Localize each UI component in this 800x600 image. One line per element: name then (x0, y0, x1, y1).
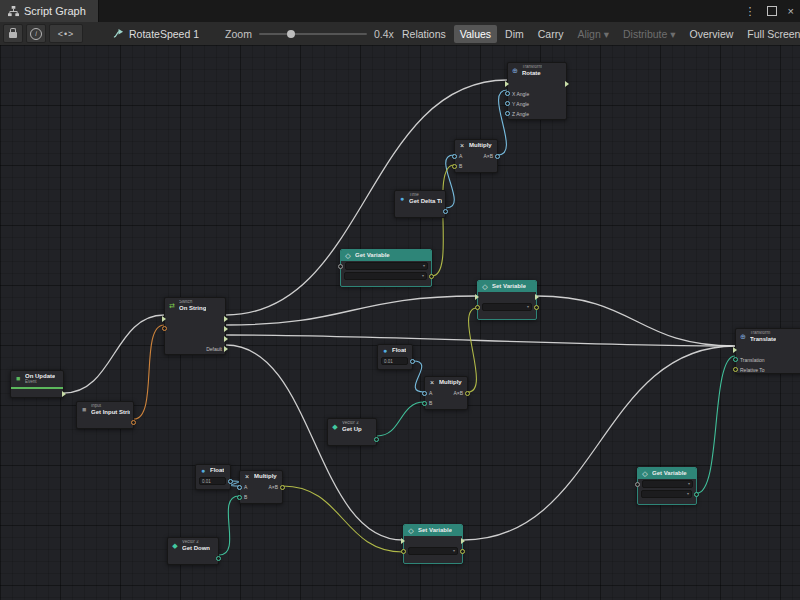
float-port[interactable] (237, 485, 242, 490)
tab-title: Script Graph (24, 5, 86, 17)
node-dropdown[interactable]: ▾ (641, 490, 692, 498)
node-row (395, 207, 445, 217)
graph-breadcrumb[interactable]: RotateSpeed 1 (113, 28, 199, 40)
toolbar-button-values[interactable]: Values (454, 25, 497, 43)
node-row (168, 554, 218, 564)
node-row: ▾ (478, 302, 536, 312)
node-get-variable-right[interactable]: ◇Get Variable▾▾ (637, 467, 697, 505)
toolbar-button-full-screen[interactable]: Full Screen (741, 25, 800, 43)
obj-port[interactable] (401, 549, 406, 554)
info-button[interactable]: i (26, 24, 46, 43)
obj-port[interactable] (475, 305, 480, 310)
vector3-icon: ◆ (331, 423, 339, 430)
node-on-update[interactable]: ■On UpdateEvent (10, 370, 64, 398)
node-dropdown[interactable]: 0.01 (199, 477, 226, 485)
menu-icon[interactable]: ⋮ (745, 6, 756, 17)
flow-port[interactable] (224, 336, 228, 342)
flow-port[interactable] (62, 391, 66, 397)
node-dropdown[interactable]: ▾ (482, 303, 532, 311)
flow-port[interactable] (401, 538, 405, 544)
str-port[interactable] (162, 326, 167, 331)
float-port[interactable] (495, 154, 500, 159)
maximize-icon[interactable] (767, 6, 777, 16)
float-port[interactable] (422, 391, 427, 396)
node-dropdown[interactable]: 0.01 (381, 357, 408, 365)
node-switch-on-string[interactable]: ⇄SwitchOn StringDefault (164, 297, 226, 355)
flow-port[interactable] (565, 81, 569, 87)
any-port[interactable] (338, 264, 343, 269)
node-set-variable-top[interactable]: ◇Set Variable▾ (477, 280, 537, 320)
float-port[interactable] (443, 209, 448, 214)
node-get-delta-time[interactable]: ●TimeGet Delta Time (394, 190, 446, 218)
node-dropdown[interactable]: ▾ (344, 272, 427, 280)
node-get-variable-top[interactable]: ◇Get Variable▾▾ (340, 249, 432, 287)
flow-port[interactable] (224, 326, 228, 332)
node-translate[interactable]: ⊕TransformTranslateTranslationRelative T… (735, 328, 800, 374)
obj-port[interactable] (733, 367, 738, 372)
variable-icon: ◇ (344, 252, 352, 259)
port-label: A (429, 390, 432, 396)
obj-port[interactable] (465, 391, 470, 396)
toolbar-button-dim[interactable]: Dim (499, 25, 530, 43)
flow-port[interactable] (505, 81, 509, 87)
node-multiply-bottom[interactable]: ×MultiplyAA×BB (239, 470, 283, 504)
float-port[interactable] (505, 91, 510, 96)
flow-port[interactable] (162, 316, 166, 322)
zoom-slider[interactable] (259, 33, 367, 35)
zoom-handle[interactable] (287, 30, 295, 38)
node-row (508, 79, 566, 89)
vec-port[interactable] (374, 437, 379, 442)
node-get-input-string[interactable]: ■InputGet Input Strin (76, 401, 134, 429)
node-get-up[interactable]: ◆Vector 3Get Up (327, 418, 377, 446)
flow-port[interactable] (535, 294, 539, 300)
node-row (165, 334, 225, 344)
obj-port[interactable] (460, 549, 465, 554)
toolbar-button-relations[interactable]: Relations (396, 25, 452, 43)
close-icon[interactable]: × (788, 6, 794, 17)
toolbar-button-carry[interactable]: Carry (532, 25, 570, 43)
node-multiply-top[interactable]: ×MultiplyAA×BB (454, 139, 498, 173)
obj-port[interactable] (534, 305, 539, 310)
float-port[interactable] (505, 101, 510, 106)
obj-port[interactable] (429, 274, 434, 279)
float-port[interactable] (410, 359, 415, 364)
node-dropdown[interactable]: ▾ (408, 547, 458, 555)
flow-port[interactable] (224, 346, 228, 352)
vec-port[interactable] (694, 492, 699, 497)
chevron-down-icon: ▾ (687, 492, 689, 496)
node-row (165, 314, 225, 324)
vector3-icon: ◆ (171, 542, 179, 549)
flow-port[interactable] (224, 316, 228, 322)
str-port[interactable] (131, 420, 136, 425)
flow-port[interactable] (461, 538, 465, 544)
vec-port[interactable] (237, 495, 242, 500)
graph-toolbar: i <•> RotateSpeed 1 Zoom 0.4x RelationsV… (0, 22, 800, 46)
vec-port[interactable] (733, 357, 738, 362)
lock-button[interactable] (3, 24, 23, 43)
obj-port[interactable] (280, 485, 285, 490)
inspect-button[interactable]: <•> (49, 24, 83, 43)
node-set-variable-bottom[interactable]: ◇Set Variable▾ (403, 524, 463, 564)
vec-port[interactable] (422, 401, 427, 406)
node-row: AA×B (240, 482, 282, 492)
vec-port[interactable] (216, 556, 221, 561)
any-port[interactable] (635, 482, 640, 487)
flow-port[interactable] (733, 347, 737, 353)
float-port[interactable] (505, 111, 510, 116)
node-dropdown[interactable]: ▾ (345, 262, 428, 270)
node-title-block: Multiply (439, 379, 462, 386)
node-row: X Angle (508, 89, 566, 99)
node-float-mid[interactable]: ●Float0.01 (377, 344, 413, 370)
float-port[interactable] (228, 479, 233, 484)
tab-script-graph[interactable]: Script Graph (0, 0, 99, 22)
node-get-down[interactable]: ◆Vector 3Get Down (167, 537, 219, 565)
node-dropdown[interactable]: ▾ (642, 480, 693, 488)
float-port[interactable] (452, 154, 457, 159)
node-float-bottom[interactable]: ●Float0.01 (195, 464, 231, 490)
flow-port[interactable] (475, 294, 479, 300)
node-rotate[interactable]: ⊕TransformRotateX AngleY AngleZ Angle (507, 62, 567, 120)
obj-port[interactable] (452, 164, 457, 169)
node-multiply-mid[interactable]: ×MultiplyAA×BB (424, 376, 468, 410)
toolbar-button-overview[interactable]: Overview (684, 25, 740, 43)
graph-canvas[interactable]: ■On UpdateEvent■InputGet Input Strin⇄Swi… (0, 45, 800, 600)
